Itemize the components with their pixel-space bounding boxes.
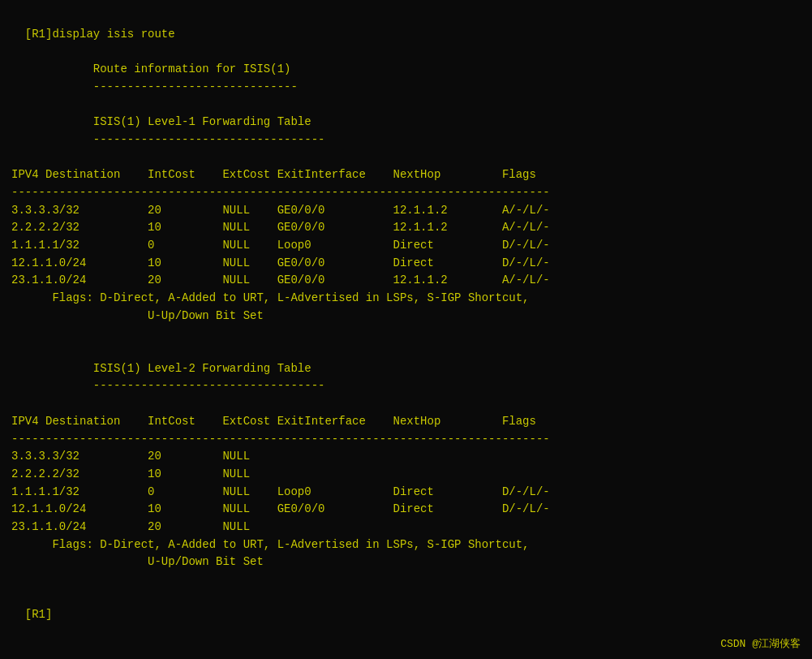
content-line: 23.1.1.0/24 20 NULL GE0/0/0 12.1.1.2 A/-…	[11, 274, 550, 286]
prompt-bottom: [R1]	[11, 589, 801, 624]
content-line: IPV4 Destination IntCost ExtCost ExitInt…	[11, 415, 536, 428]
terminal-output: [R1]display isis route	[11, 8, 801, 43]
content-line: ------------------------------	[11, 80, 298, 93]
watermark: CSDN @江湖侠客	[720, 636, 801, 651]
content-line: 1.1.1.1/32 0 NULL Loop0 Direct D/-/L/-	[11, 239, 550, 252]
prompt-top: [R1]display isis route	[25, 28, 175, 41]
content-line: 3.3.3.3/32 20 NULL	[11, 450, 250, 463]
content-line: ----------------------------------	[11, 379, 324, 392]
content-line: U-Up/Down Bit Set	[11, 309, 264, 322]
content-line: 12.1.1.0/24 10 NULL GE0/0/0 Direct D/-/L…	[11, 256, 550, 269]
content-line: 2.2.2.2/32 10 NULL GE0/0/0 12.1.1.2 A/-/…	[11, 221, 550, 234]
content-line: 23.1.1.0/24 20 NULL	[11, 520, 250, 533]
content-line: U-Up/Down Bit Set	[11, 555, 264, 568]
main-content: Route information for ISIS(1) ----------…	[11, 43, 801, 588]
content-line: Flags: D-Direct, A-Added to URT, L-Adver…	[11, 291, 530, 304]
content-line: IPV4 Destination IntCost ExtCost ExitInt…	[11, 168, 536, 181]
content-line: ----------------------------------------…	[11, 433, 550, 446]
content-line: 12.1.1.0/24 10 NULL GE0/0/0 Direct D/-/L…	[11, 502, 550, 515]
content-line: 3.3.3.3/32 20 NULL GE0/0/0 12.1.1.2 A/-/…	[11, 204, 550, 217]
content-line: 1.1.1.1/32 0 NULL Loop0 Direct D/-/L/-	[11, 485, 550, 498]
content-line: ISIS(1) Level-2 Forwarding Table	[11, 362, 311, 375]
content-line: 2.2.2.2/32 10 NULL	[11, 467, 250, 480]
content-line: ----------------------------------	[11, 133, 324, 146]
content-line: Route information for ISIS(1)	[11, 62, 290, 75]
content-line: ISIS(1) Level-1 Forwarding Table	[11, 115, 311, 128]
content-line: Flags: D-Direct, A-Added to URT, L-Adver…	[11, 538, 530, 551]
content-line: ----------------------------------------…	[11, 186, 550, 199]
